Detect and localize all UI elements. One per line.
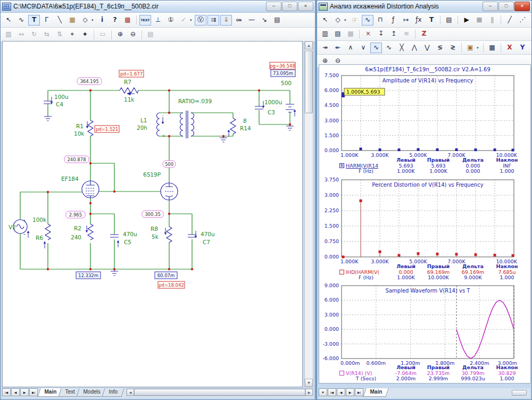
- show-checks-dropdown[interactable]: ▾: [190, 18, 194, 22]
- maximize-button[interactable]: □: [282, 2, 297, 11]
- vscroll-thumb[interactable]: [305, 51, 313, 113]
- run-button-icon[interactable]: ▶: [461, 15, 472, 26]
- limits-tool-icon[interactable]: ⊓: [375, 15, 386, 26]
- go-low-icon[interactable]: ∿: [383, 43, 395, 53]
- add-waveform-icon[interactable]: ∿: [362, 15, 373, 26]
- chart-waveform[interactable]: -6.000-3.0000.0003.0006.0009.0000.000m0.…: [320, 282, 529, 367]
- go-high-icon[interactable]: ∿: [370, 43, 382, 53]
- select-tool-icon[interactable]: ↖: [319, 15, 331, 26]
- schematic-titlebar[interactable]: C:\MC9\DATA\6ж51p(EF184)_T_6c19п__500B2.…: [1, 1, 315, 13]
- zoom-in-icon[interactable]: ⊕: [114, 29, 126, 40]
- prev-point-icon[interactable]: ↞: [332, 43, 344, 53]
- component-6S19P-tube[interactable]: [161, 183, 178, 200]
- show-pin-connections-icon[interactable]: ⊥: [152, 15, 164, 26]
- series-badge[interactable]: B: [339, 163, 344, 168]
- polyline-tool-icon[interactable]: ⋰: [517, 15, 528, 26]
- series-badge[interactable]: [339, 371, 344, 376]
- maximize-button[interactable]: □: [498, 2, 514, 11]
- chart3-svg[interactable]: -6.000-3.0000.0003.0006.0009.0000.000m0.…: [320, 282, 529, 365]
- schematic-hscrollbar[interactable]: ◀ ▶: [126, 388, 313, 396]
- analysis-titlebar[interactable]: Анализ искажений Distortion Analysis – □…: [317, 1, 531, 13]
- scroll-right-arrow[interactable]: ▶: [305, 389, 313, 396]
- component-R8[interactable]: [167, 227, 172, 243]
- plot-group-horizontal-icon[interactable]: ▤: [332, 29, 344, 39]
- go-max-gridline-icon[interactable]: ≷: [447, 43, 459, 53]
- 3d-windows-dropdown[interactable]: ▾: [477, 46, 481, 50]
- pin-to-pin-icon[interactable]: —: [246, 15, 257, 26]
- component-transformer[interactable]: [180, 111, 194, 138]
- line-tool-icon[interactable]: ╱: [504, 15, 516, 26]
- next-point-icon[interactable]: ↠: [319, 43, 331, 53]
- z-expression-icon[interactable]: Z: [418, 29, 430, 39]
- go-valley-icon[interactable]: ∨: [358, 43, 369, 53]
- ortho-wire-mode-icon[interactable]: Г: [41, 15, 53, 26]
- tab-nav-2[interactable]: ◀: [337, 388, 345, 396]
- chart-distortion[interactable]: 0.0000.7501.5002.2503.0003.7501.000K3.00…: [320, 176, 529, 266]
- tab-nav-3[interactable]: ▶: [346, 388, 354, 396]
- scroll-left-arrow[interactable]: ◀: [127, 389, 134, 396]
- tab-nav-1[interactable]: |◀: [328, 388, 336, 396]
- cursor-mode-low-icon[interactable]: ↧: [375, 29, 387, 39]
- properties-icon[interactable]: ▤: [271, 15, 283, 26]
- tab-nav-1[interactable]: ◀: [11, 388, 20, 396]
- show-currents-icon[interactable]: ⇉: [207, 15, 219, 26]
- go-global-low-icon[interactable]: ⋁: [421, 43, 433, 53]
- tab-nav-4[interactable]: ▶|: [355, 388, 363, 396]
- scroll-down-arrow[interactable]: ▼: [305, 379, 313, 387]
- go-min-gridline-icon[interactable]: ≶: [434, 43, 446, 53]
- cursor-mode-high-icon[interactable]: ↥: [388, 29, 400, 39]
- line-mode-icon[interactable]: ╲: [54, 15, 65, 26]
- show-grid-text-icon[interactable]: TEXT: [139, 15, 151, 26]
- tab-nav-0[interactable]: ▼: [319, 388, 327, 396]
- plot-group-vertical-icon[interactable]: ▥: [319, 29, 331, 39]
- probe-tool-icon[interactable]: ☞: [349, 15, 361, 26]
- hscroll-thumb[interactable]: [134, 389, 305, 396]
- search-icon[interactable]: ⌖: [79, 29, 91, 40]
- show-node-voltages-icon[interactable]: Ⓥ: [195, 15, 206, 26]
- tab-info[interactable]: Info: [102, 388, 124, 397]
- text-mode-icon[interactable]: T: [28, 15, 40, 26]
- find-component-icon[interactable]: ⌖: [66, 29, 78, 40]
- fx-curve-tool-icon[interactable]: ƒx: [413, 15, 425, 26]
- cursor-tool-icon[interactable]: ↦: [400, 15, 412, 26]
- go-peak-icon[interactable]: ∧: [345, 43, 356, 53]
- help-mode-icon[interactable]: ?: [109, 15, 121, 26]
- tab-nav-2[interactable]: ▶: [20, 388, 29, 396]
- chart1-svg[interactable]: 0.0001.5003.0004.5006.0007.5001.000K3.00…: [320, 66, 529, 157]
- info-mode-icon[interactable]: i: [96, 15, 108, 26]
- wire-mode-icon[interactable]: ∿: [15, 15, 27, 26]
- component-R14[interactable]: [230, 118, 236, 134]
- component-C5[interactable]: [110, 235, 119, 237]
- close-button[interactable]: ×: [514, 2, 530, 11]
- select-tool-icon[interactable]: ↖: [3, 15, 14, 26]
- component-R7[interactable]: [120, 88, 138, 93]
- shape-picker-dropdown[interactable]: ▾: [92, 18, 96, 22]
- component-battery[interactable]: [286, 104, 294, 112]
- chart2-svg[interactable]: 0.0000.7501.5002.2503.0003.7501.000K3.00…: [320, 176, 529, 264]
- flag-mode-icon[interactable]: ▩: [122, 15, 134, 26]
- tab-nav-3[interactable]: ▶|: [29, 388, 38, 396]
- show-power-icon[interactable]: ⇓: [220, 15, 232, 26]
- text-tool-icon[interactable]: T: [426, 15, 437, 26]
- schematic-drawing[interactable]: 364.195 240.878 2.965 300.35 500 73.095m…: [3, 41, 302, 387]
- component-R6[interactable]: [45, 224, 51, 240]
- slope-tool-icon[interactable]: ↘: [259, 15, 270, 26]
- schematic-canvas[interactable]: 364.195 240.878 2.965 300.35 500 73.095m…: [2, 41, 303, 387]
- component-mode-icon[interactable]: ▦: [66, 15, 78, 26]
- minimize-button[interactable]: –: [483, 2, 498, 11]
- scroll-up-arrow[interactable]: ▲: [305, 41, 313, 49]
- tab-main[interactable]: Main: [363, 388, 388, 397]
- resize-grip[interactable]: [512, 390, 527, 396]
- y-autoscale-icon[interactable]: Y: [517, 43, 528, 53]
- component-C3[interactable]: [255, 106, 263, 109]
- show-conditions-icon[interactable]: ON: [233, 15, 245, 26]
- properties-icon[interactable]: ▤: [443, 15, 455, 26]
- cursor-mode-x-icon[interactable]: ×: [362, 29, 374, 39]
- x-autoscale-icon[interactable]: X: [504, 43, 516, 53]
- series-badge[interactable]: [339, 270, 344, 274]
- numeric-output-icon[interactable]: ▦: [486, 43, 498, 53]
- shape-picker-icon[interactable]: ◇: [332, 15, 344, 26]
- chart-amplitude[interactable]: 0.0001.5003.0004.5006.0007.5001.000K3.00…: [320, 66, 529, 160]
- component-L1[interactable]: [157, 113, 160, 136]
- show-node-numbers-icon[interactable]: ①: [165, 15, 177, 26]
